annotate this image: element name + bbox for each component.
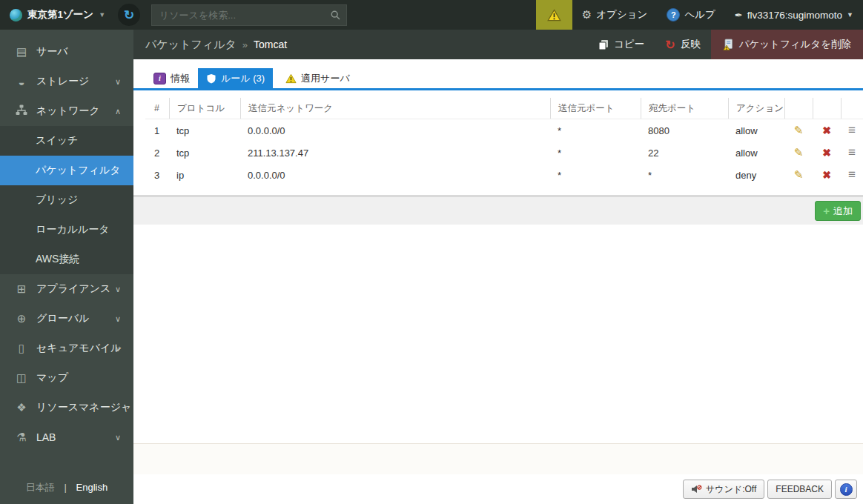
rule-num: 3 xyxy=(145,170,169,181)
edit-icon[interactable]: ✎ xyxy=(794,168,804,182)
rule-action: deny xyxy=(728,170,784,181)
col-header-dest-port: 宛先ポート xyxy=(641,98,728,119)
info-icon: i xyxy=(840,483,853,496)
account-menu[interactable]: ✒ flv33176:sugimomoto ▼ xyxy=(725,10,863,21)
add-rule-button[interactable]: + 追加 xyxy=(815,201,861,221)
search-icon xyxy=(331,10,340,20)
col-header-source-network: 送信元ネットワーク xyxy=(240,98,550,119)
apply-button[interactable]: ↻ 反映 xyxy=(655,30,710,59)
sidebar-item-lab[interactable]: ⚗ LAB ∨ xyxy=(0,422,133,452)
tab-bar: i 情報 ルール (3) 適用サーバ xyxy=(133,59,863,88)
rule-source-port: * xyxy=(550,147,641,159)
top-bar: 東京第1ゾーン ▼ ↻ ⚙ オプション ? ヘルプ ✒ flv33 xyxy=(0,0,863,30)
feedback-label: FEEDBACK xyxy=(776,484,824,494)
sidebar: ▤ サーバ ◒ ストレージ ∨ ネットワーク ∧ スイッチ パケットフィルタ ブ… xyxy=(0,30,133,504)
sidebar-item-label: ストレージ xyxy=(36,75,89,88)
col-header-edit xyxy=(784,98,813,119)
apply-refresh-icon: ↻ xyxy=(665,38,675,52)
edit-icon[interactable]: ✎ xyxy=(794,146,804,159)
zone-selector[interactable]: 東京第1ゾーン ▼ xyxy=(0,8,112,21)
zone-label: 東京第1ゾーン xyxy=(27,8,93,21)
sidebar-item-storage[interactable]: ◒ ストレージ ∨ xyxy=(0,67,133,96)
info-button[interactable]: i xyxy=(835,480,857,499)
search-input[interactable] xyxy=(158,9,331,21)
delete-packet-filter-button[interactable]: パケットフィルタを削除 xyxy=(711,30,863,59)
tab-info-label: 情報 xyxy=(171,72,190,85)
topbar-right: ⚙ オプション ? ヘルプ ✒ flv33176:sugimomoto ▼ xyxy=(536,0,863,30)
tab-info[interactable]: i 情報 xyxy=(145,68,198,88)
sidebar-item-aws-connect[interactable]: AWS接続 xyxy=(0,245,133,274)
options-label: オプション xyxy=(596,8,647,21)
delete-label: パケットフィルタを削除 xyxy=(739,38,851,51)
drag-handle-icon[interactable]: ≡ xyxy=(848,123,856,138)
refresh-button[interactable]: ↻ xyxy=(118,4,140,26)
sidebar-item-bridge[interactable]: ブリッジ xyxy=(0,185,133,215)
resource-search xyxy=(151,4,347,26)
mobile-icon: ▯ xyxy=(15,342,28,355)
gear-icon: ⚙ xyxy=(582,8,592,21)
footer-buttons: サウンド:Off FEEDBACK i xyxy=(683,480,857,499)
copy-button[interactable]: コピー xyxy=(588,30,655,59)
refresh-icon: ↻ xyxy=(124,7,134,23)
rules-table: # プロトコル 送信元ネットワーク 送信元ポート 宛先ポート アクション 1 t… xyxy=(145,98,863,186)
account-label: flv33176:sugimomoto xyxy=(747,10,842,21)
feedback-button[interactable]: FEEDBACK xyxy=(767,480,832,499)
drag-handle-icon[interactable]: ≡ xyxy=(848,168,856,182)
sub-item-label: スイッチ xyxy=(36,134,78,147)
tab-servers-label: 適用サーバ xyxy=(301,72,350,85)
copy-icon xyxy=(598,39,609,50)
table-row: 3 ip 0.0.0.0/0 * * deny ✎ ✖ ≡ xyxy=(145,164,863,186)
delete-row-icon[interactable]: ✖ xyxy=(822,147,831,159)
sidebar-item-map[interactable]: ◫ マップ xyxy=(0,363,133,393)
add-rule-bar: + 追加 xyxy=(133,195,863,225)
language-divider: | xyxy=(64,482,66,493)
rule-action: allow xyxy=(728,125,784,136)
sidebar-item-switch[interactable]: スイッチ xyxy=(0,126,133,156)
delete-row-icon[interactable]: ✖ xyxy=(822,169,831,181)
help-icon: ? xyxy=(667,8,680,21)
sidebar-item-server[interactable]: ▤ サーバ xyxy=(0,37,133,67)
sub-item-label: ローカルルータ xyxy=(36,223,110,236)
edit-icon[interactable]: ✎ xyxy=(794,124,804,137)
options-button[interactable]: ⚙ オプション xyxy=(572,8,658,21)
help-button[interactable]: ? ヘルプ xyxy=(657,8,724,21)
breadcrumb-section[interactable]: パケットフィルタ xyxy=(145,38,237,52)
sidebar-item-local-router[interactable]: ローカルルータ xyxy=(0,215,133,245)
server-icon: ▤ xyxy=(15,45,28,59)
tab-rules[interactable]: ルール (3) xyxy=(198,68,273,88)
main-area: パケットフィルタ » Tomcat コピー ↻ 反映 xyxy=(133,30,863,504)
sidebar-item-label: グローバル xyxy=(36,312,89,325)
sidebar-item-global[interactable]: ⊕ グローバル ∨ xyxy=(0,304,133,334)
tab-applied-servers[interactable]: 適用サーバ xyxy=(277,68,358,88)
rule-protocol: ip xyxy=(169,170,240,181)
sidebar-item-secure-mobile[interactable]: ▯ セキュアモバイル ∨ xyxy=(0,334,133,363)
sidebar-item-appliance[interactable]: ⊞ アプライアンス ∨ xyxy=(0,274,133,304)
network-submenu: スイッチ パケットフィルタ ブリッジ ローカルルータ AWS接続 xyxy=(0,126,133,274)
chevron-down-icon: ∨ xyxy=(115,344,121,354)
rule-action: allow xyxy=(728,147,784,159)
tab-underline xyxy=(133,88,863,90)
rule-protocol: tcp xyxy=(169,147,240,159)
appliance-icon: ⊞ xyxy=(15,282,28,296)
rule-dest-port: * xyxy=(641,170,728,181)
table-row: 1 tcp 0.0.0.0/0 * 8080 allow ✎ ✖ ≡ xyxy=(145,119,863,142)
sidebar-item-network[interactable]: ネットワーク ∧ xyxy=(0,96,133,126)
sound-toggle-button[interactable]: サウンド:Off xyxy=(683,480,764,499)
sidebar-item-resource-manager[interactable]: ❖ リソースマネージャ xyxy=(0,393,133,422)
tab-rules-label: ルール (3) xyxy=(221,72,265,85)
apply-label: 反映 xyxy=(681,38,701,51)
sidebar-item-label: リソースマネージャ xyxy=(36,401,131,414)
action-buttons: コピー ↻ 反映 パケットフィルタを削除 xyxy=(588,30,863,59)
drag-handle-icon[interactable]: ≡ xyxy=(848,145,856,160)
sidebar-item-packet-filter[interactable]: パケットフィルタ xyxy=(0,156,133,185)
shield-icon xyxy=(206,73,216,84)
sidebar-item-label: アプライアンス xyxy=(36,282,110,296)
delete-row-icon[interactable]: ✖ xyxy=(822,125,831,136)
alert-tile-button[interactable] xyxy=(536,0,572,30)
storage-icon: ◒ xyxy=(15,76,28,88)
language-en-link[interactable]: English xyxy=(76,482,108,493)
chevron-down-icon: ▼ xyxy=(847,11,853,19)
sidebar-item-label: ネットワーク xyxy=(36,105,100,118)
sidebar-item-label: サーバ xyxy=(36,45,68,59)
content: i 情報 ルール (3) 適用サーバ # プ xyxy=(133,59,863,474)
